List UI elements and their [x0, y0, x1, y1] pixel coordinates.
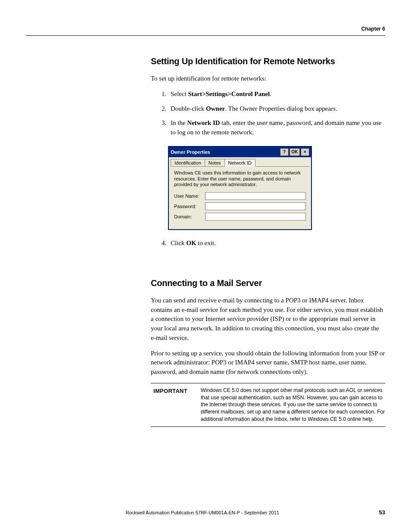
- input-password[interactable]: [205, 202, 306, 210]
- row-domain: Domain:: [174, 213, 306, 221]
- close-button[interactable]: ×: [301, 148, 309, 156]
- footer-page-number: 53: [379, 509, 385, 516]
- owner-properties-dialog: Owner Properties ? OK × Identification N…: [168, 146, 312, 230]
- help-button[interactable]: ?: [280, 148, 289, 156]
- chapter-label: Chapter 6: [361, 26, 385, 32]
- important-text: Windows CE 5.0 does not support other ma…: [201, 387, 385, 423]
- dialog-body: Windows CE uses this information to gain…: [171, 166, 309, 227]
- steps-list: Select Start>Settings>Control Panel. Dou…: [151, 90, 385, 137]
- page-footer: Rockwell Automation Publication 57RF-UM0…: [26, 509, 385, 516]
- row-password: Password:: [174, 202, 306, 210]
- label-password: Password:: [174, 204, 205, 209]
- input-domain[interactable]: [205, 213, 306, 221]
- dialog-description: Windows CE uses this information to gain…: [174, 170, 306, 188]
- step-4: Click OK to exit.: [168, 239, 385, 248]
- input-username[interactable]: [205, 192, 306, 200]
- dialog-title: Owner Properties: [171, 149, 279, 155]
- intro-paragraph: To set up identification for remote netw…: [151, 74, 385, 84]
- footer-publication: Rockwell Automation Publication 57RF-UM0…: [26, 510, 379, 515]
- mail-paragraph-1: You can send and receive e-mail by conne…: [151, 296, 385, 343]
- dialog-titlebar: Owner Properties ? OK ×: [169, 147, 311, 157]
- dialog-tabs: Identification Notes Network ID: [169, 157, 311, 166]
- heading-remote-networks: Setting Up Identification for Remote Net…: [151, 56, 385, 66]
- mail-paragraph-2: Prior to setting up a service, you shoul…: [151, 349, 385, 377]
- step-3: In the Network ID tab, enter the user na…: [168, 118, 385, 137]
- tab-identification[interactable]: Identification: [171, 159, 205, 166]
- tab-network-id[interactable]: Network ID: [224, 159, 255, 167]
- label-username: User Name:: [174, 193, 205, 199]
- heading-mail-server: Connecting to a Mail Server: [151, 278, 385, 288]
- tab-notes[interactable]: Notes: [205, 159, 225, 166]
- page-header: Chapter 6: [26, 26, 385, 36]
- row-username: User Name:: [174, 192, 306, 200]
- important-label: IMPORTANT: [151, 387, 201, 423]
- important-box: IMPORTANT Windows CE 5.0 does not suppor…: [151, 383, 385, 427]
- label-domain: Domain:: [174, 214, 205, 219]
- step-1: Select Start>Settings>Control Panel.: [168, 90, 385, 99]
- step-2: Double-click Owner. The Owner Properties…: [168, 104, 385, 114]
- steps-list-cont: Click OK to exit.: [151, 239, 385, 248]
- content-column: Setting Up Identification for Remote Net…: [151, 56, 385, 427]
- ok-button[interactable]: OK: [290, 148, 300, 156]
